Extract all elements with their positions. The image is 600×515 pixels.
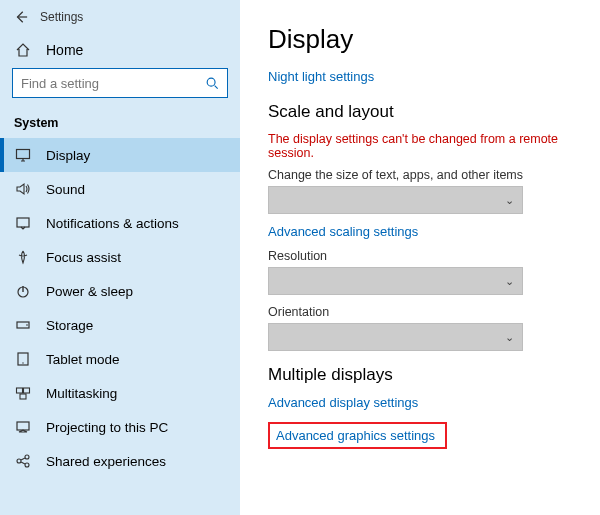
highlight-advanced-graphics: Advanced graphics settings: [268, 422, 447, 449]
sound-icon: [14, 181, 32, 197]
main-content: Display Night light settings Scale and l…: [240, 0, 600, 515]
display-icon: [14, 147, 32, 163]
search-container: [0, 68, 240, 112]
svg-rect-8: [17, 388, 23, 393]
svg-point-13: [25, 455, 29, 459]
label-scale: Change the size of text, apps, and other…: [268, 168, 576, 182]
sidebar-item-sound[interactable]: Sound: [0, 172, 240, 206]
tablet-icon: [14, 351, 32, 367]
storage-icon: [14, 317, 32, 333]
svg-rect-2: [17, 218, 29, 227]
svg-rect-11: [17, 422, 29, 430]
notifications-icon: [14, 215, 32, 231]
projecting-icon: [14, 419, 32, 435]
nav-label: Focus assist: [46, 250, 121, 265]
sidebar-item-focus-assist[interactable]: Focus assist: [0, 240, 240, 274]
back-icon[interactable]: [14, 10, 30, 24]
sidebar: Settings Home System Display: [0, 0, 240, 515]
dropdown-resolution[interactable]: ⌄: [268, 267, 523, 295]
power-icon: [14, 283, 32, 299]
link-night-light[interactable]: Night light settings: [268, 69, 576, 84]
svg-point-12: [17, 459, 21, 463]
link-advanced-graphics[interactable]: Advanced graphics settings: [276, 428, 435, 443]
svg-rect-9: [24, 388, 30, 393]
sidebar-item-storage[interactable]: Storage: [0, 308, 240, 342]
home-label: Home: [46, 42, 83, 58]
nav-label: Notifications & actions: [46, 216, 179, 231]
search-box[interactable]: [12, 68, 228, 98]
nav-label: Storage: [46, 318, 93, 333]
remote-session-error: The display settings can't be changed fr…: [268, 132, 576, 160]
sidebar-item-multitasking[interactable]: Multitasking: [0, 376, 240, 410]
link-advanced-scaling[interactable]: Advanced scaling settings: [268, 224, 576, 239]
heading-multiple-displays: Multiple displays: [268, 365, 576, 385]
nav-label: Shared experiences: [46, 454, 166, 469]
home-icon: [14, 42, 32, 58]
chevron-down-icon: ⌄: [505, 331, 514, 344]
sidebar-section-system: System: [0, 112, 240, 138]
settings-window: Settings Home System Display: [0, 0, 600, 515]
nav-list: Display Sound Notifications & actions Fo…: [0, 138, 240, 478]
svg-rect-1: [17, 150, 30, 159]
nav-label: Power & sleep: [46, 284, 133, 299]
nav-label: Projecting to this PC: [46, 420, 168, 435]
sidebar-item-shared[interactable]: Shared experiences: [0, 444, 240, 478]
svg-point-5: [26, 324, 28, 326]
dropdown-orientation[interactable]: ⌄: [268, 323, 523, 351]
nav-label: Display: [46, 148, 90, 163]
search-icon[interactable]: [197, 76, 227, 90]
sidebar-item-projecting[interactable]: Projecting to this PC: [0, 410, 240, 444]
dropdown-scale[interactable]: ⌄: [268, 186, 523, 214]
svg-point-7: [22, 362, 23, 363]
titlebar: Settings: [0, 4, 240, 34]
heading-scale-layout: Scale and layout: [268, 102, 576, 122]
sidebar-item-notifications[interactable]: Notifications & actions: [0, 206, 240, 240]
svg-rect-10: [20, 394, 26, 399]
svg-point-14: [25, 463, 29, 467]
label-resolution: Resolution: [268, 249, 576, 263]
chevron-down-icon: ⌄: [505, 194, 514, 207]
nav-label: Tablet mode: [46, 352, 120, 367]
sidebar-item-home[interactable]: Home: [0, 34, 240, 68]
multitasking-icon: [14, 385, 32, 401]
shared-icon: [14, 453, 32, 469]
chevron-down-icon: ⌄: [505, 275, 514, 288]
svg-point-0: [207, 78, 215, 86]
label-orientation: Orientation: [268, 305, 576, 319]
focus-assist-icon: [14, 249, 32, 265]
window-title: Settings: [40, 10, 83, 24]
sidebar-item-power[interactable]: Power & sleep: [0, 274, 240, 308]
search-input[interactable]: [13, 76, 197, 91]
link-advanced-display[interactable]: Advanced display settings: [268, 395, 576, 410]
sidebar-item-display[interactable]: Display: [0, 138, 240, 172]
sidebar-item-tablet[interactable]: Tablet mode: [0, 342, 240, 376]
nav-label: Sound: [46, 182, 85, 197]
page-title: Display: [268, 24, 576, 55]
nav-label: Multitasking: [46, 386, 117, 401]
